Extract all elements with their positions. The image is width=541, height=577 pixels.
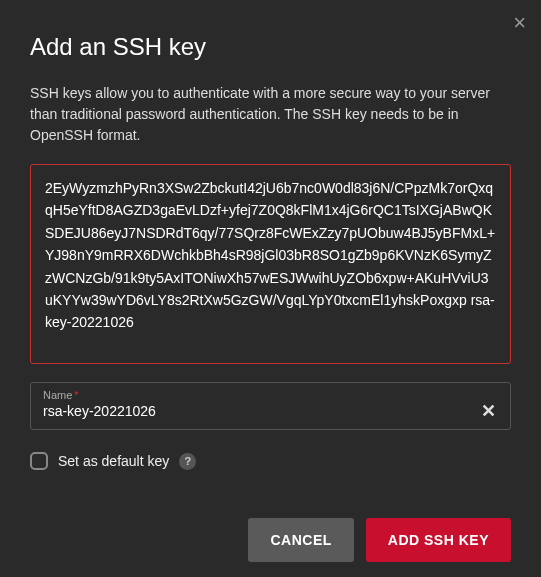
dialog-actions: CANCEL ADD SSH KEY (30, 518, 511, 562)
default-key-checkbox[interactable] (30, 452, 48, 470)
dialog-title: Add an SSH key (30, 33, 511, 61)
default-key-label: Set as default key (58, 453, 169, 469)
required-indicator: * (74, 389, 78, 401)
default-key-row: Set as default key ? (30, 452, 511, 470)
clear-icon: ✕ (481, 401, 496, 421)
dialog-description: SSH keys allow you to authenticate with … (30, 83, 511, 146)
close-icon: × (513, 10, 526, 35)
name-label-text: Name (43, 389, 72, 401)
ssh-key-textarea[interactable] (30, 164, 511, 364)
name-input[interactable] (43, 401, 479, 421)
add-ssh-key-button[interactable]: ADD SSH KEY (366, 518, 511, 562)
close-button[interactable]: × (513, 12, 526, 34)
help-icon[interactable]: ? (179, 453, 196, 470)
name-label: Name* (43, 389, 498, 401)
clear-name-button[interactable]: ✕ (479, 402, 498, 420)
name-field-wrapper: Name* ✕ (30, 382, 511, 430)
cancel-button[interactable]: CANCEL (248, 518, 353, 562)
